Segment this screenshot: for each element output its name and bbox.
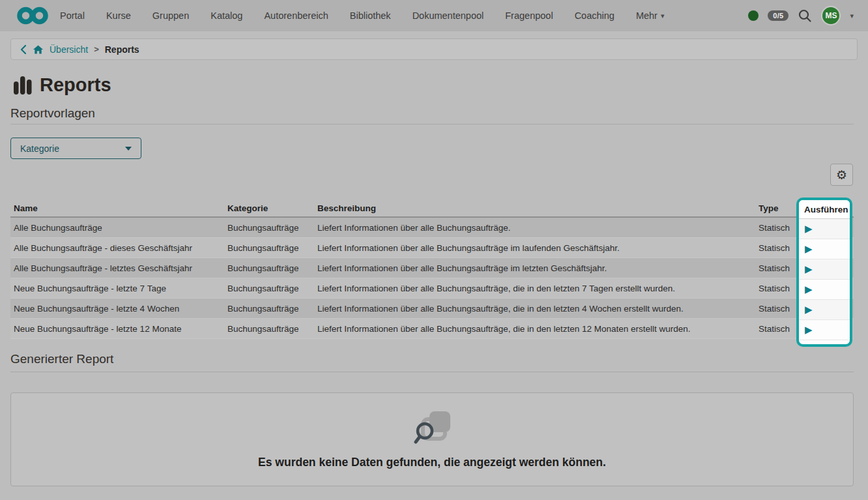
report-templates-table: Name Kategorie Beschreibung Type Alle Bu… — [10, 199, 854, 339]
nav-item-dokumentenpool[interactable]: Dokumentenpool — [412, 10, 484, 21]
search-documents-icon — [411, 410, 453, 449]
nav-item-coaching[interactable]: Coaching — [575, 10, 615, 21]
nav-more-label: Mehr — [636, 10, 658, 21]
breadcrumb-separator: > — [94, 44, 99, 54]
breadcrumb-current: Reports — [105, 44, 139, 55]
column-header-name[interactable]: Name — [10, 203, 227, 213]
play-icon: ▶ — [805, 223, 813, 234]
table-row[interactable]: Alle Buchungsaufträge - letztes Geschäft… — [10, 258, 854, 278]
empty-state-message: Es wurden keine Daten gefunden, die ange… — [258, 456, 606, 469]
cell-type: Statisch — [759, 324, 796, 334]
search-icon[interactable] — [798, 8, 812, 23]
column-header-type[interactable]: Type — [759, 203, 796, 213]
page-title-row: Reports — [13, 74, 111, 96]
table-row[interactable]: Neue Buchungsaufträge - letzte 12 Monate… — [10, 319, 854, 339]
avatar[interactable]: MS — [821, 6, 841, 25]
cell-name: Alle Buchungsaufträge - letztes Geschäft… — [10, 263, 227, 273]
main-nav: Portal Kurse Gruppen Katalog Autorenbere… — [60, 0, 664, 31]
home-icon[interactable] — [33, 44, 44, 55]
cell-description: Liefert Informationen über alle Buchungs… — [317, 284, 759, 293]
top-navigation-bar: Portal Kurse Gruppen Katalog Autorenbere… — [0, 0, 868, 31]
cell-type: Statisch — [759, 243, 796, 253]
cell-type: Statisch — [759, 304, 796, 314]
chevron-down-icon: ▾ — [661, 12, 665, 20]
cell-name: Neue Buchungsaufträge - letzte 12 Monate — [10, 324, 227, 334]
cell-category: Buchungsaufträge — [227, 304, 317, 314]
table-row[interactable]: Neue Buchungsaufträge - letzte 7 Tage Bu… — [10, 278, 854, 299]
cell-name: Alle Buchungsaufträge — [10, 223, 227, 233]
chevron-down-icon — [125, 147, 132, 151]
cell-description: Liefert Informationen über alle Buchungs… — [317, 324, 759, 334]
bar-chart-icon — [13, 75, 33, 95]
category-filter-dropdown[interactable]: Kategorie — [10, 138, 141, 159]
back-chevron-icon[interactable] — [20, 44, 27, 55]
cell-category: Buchungsaufträge — [227, 243, 317, 253]
run-row: ▶ — [799, 300, 850, 320]
table-settings-button[interactable]: ⚙ — [830, 164, 853, 186]
cell-category: Buchungsaufträge — [227, 223, 317, 233]
run-column-highlight: Ausführen ▶ ▶ ▶ ▶ ▶ ▶ — [796, 198, 852, 347]
cell-category: Buchungsaufträge — [227, 324, 317, 334]
nav-item-kurse[interactable]: Kurse — [106, 10, 131, 21]
topbar-right-cluster: 0/5 MS ▾ — [748, 0, 854, 31]
status-dot — [748, 10, 759, 21]
cell-description: Liefert Informationen über alle Buchungs… — [317, 304, 759, 314]
column-header-beschreibung[interactable]: Beschreibung — [317, 203, 759, 213]
play-icon: ▶ — [805, 263, 813, 274]
cell-description: Liefert Informationen über alle Buchungs… — [317, 223, 759, 233]
run-row: ▶ — [799, 239, 850, 259]
section-title-reportvorlagen: Reportvorlagen — [10, 106, 95, 121]
nav-item-mehr[interactable]: Mehr ▾ — [636, 10, 665, 21]
cell-type: Statisch — [759, 223, 796, 233]
run-report-button[interactable]: ▶ — [805, 284, 813, 294]
play-icon: ▶ — [805, 243, 813, 254]
table-header-row: Name Kategorie Beschreibung Type — [10, 199, 854, 218]
cell-type: Statisch — [759, 284, 796, 293]
run-row: ▶ — [799, 320, 850, 340]
breadcrumb-link-uebersicht[interactable]: Übersicht — [50, 44, 88, 55]
nav-item-portal[interactable]: Portal — [60, 10, 85, 21]
breadcrumb: Übersicht > Reports — [10, 38, 858, 60]
play-icon: ▶ — [805, 304, 813, 315]
table-row[interactable]: Alle Buchungsaufträge Buchungsaufträge L… — [10, 218, 854, 238]
cell-type: Statisch — [759, 263, 796, 273]
divider — [10, 372, 854, 372]
column-header-ausfuehren: Ausführen — [799, 200, 850, 219]
cell-description: Liefert Informationen über alle Buchungs… — [317, 243, 759, 253]
nav-item-autorenbereich[interactable]: Autorenbereich — [264, 10, 328, 21]
gear-icon: ⚙ — [836, 169, 847, 181]
run-report-button[interactable]: ▶ — [805, 264, 813, 274]
cell-name: Neue Buchungsaufträge - letzte 4 Wochen — [10, 304, 227, 314]
divider — [10, 124, 854, 125]
run-report-button[interactable]: ▶ — [805, 325, 813, 334]
table-row[interactable]: Alle Buchungsaufträge - dieses Geschäfts… — [10, 238, 854, 258]
play-icon: ▶ — [805, 284, 813, 295]
run-report-button[interactable]: ▶ — [805, 244, 813, 254]
nav-item-fragenpool[interactable]: Fragenpool — [505, 10, 553, 21]
cell-name: Alle Buchungsaufträge - dieses Geschäfts… — [10, 243, 227, 253]
run-report-button[interactable]: ▶ — [805, 224, 813, 233]
cell-name: Neue Buchungsaufträge - letzte 7 Tage — [10, 284, 227, 293]
section-title-generierter-report: Generierter Report — [10, 352, 113, 366]
cell-description: Liefert Informationen über alle Buchungs… — [317, 263, 759, 273]
run-report-button[interactable]: ▶ — [805, 304, 813, 314]
run-row: ▶ — [799, 280, 850, 300]
run-row: ▶ — [799, 219, 850, 239]
counter-badge[interactable]: 0/5 — [768, 10, 788, 21]
play-icon: ▶ — [805, 324, 813, 335]
generated-report-empty-state: Es wurden keine Daten gefunden, die ange… — [10, 392, 854, 486]
avatar-chevron-down-icon[interactable]: ▾ — [850, 12, 854, 20]
column-header-kategorie[interactable]: Kategorie — [227, 203, 317, 213]
nav-item-bibliothek[interactable]: Bibliothek — [350, 10, 391, 21]
cell-category: Buchungsaufträge — [227, 263, 317, 273]
table-row[interactable]: Neue Buchungsaufträge - letzte 4 Wochen … — [10, 299, 854, 319]
run-row: ▶ — [799, 259, 850, 280]
page-title: Reports — [40, 74, 111, 96]
openolat-infinity-logo[interactable] — [17, 7, 48, 25]
nav-item-katalog[interactable]: Katalog — [210, 10, 242, 21]
cell-category: Buchungsaufträge — [227, 284, 317, 293]
category-filter-label: Kategorie — [20, 143, 59, 154]
nav-item-gruppen[interactable]: Gruppen — [152, 10, 189, 21]
